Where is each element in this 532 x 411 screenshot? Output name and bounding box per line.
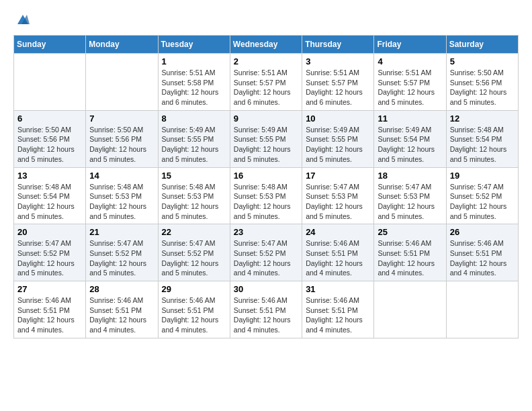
page-header [13, 13, 519, 24]
calendar-cell: 13Sunrise: 5:48 AMSunset: 5:54 PMDayligh… [14, 167, 86, 224]
day-info: Sunrise: 5:50 AMSunset: 5:56 PMDaylight:… [89, 125, 154, 165]
calendar-cell: 21Sunrise: 5:47 AMSunset: 5:52 PMDayligh… [86, 224, 158, 281]
day-number: 17 [306, 171, 370, 181]
weekday-header-sunday: Sunday [14, 36, 86, 54]
calendar-cell [374, 281, 446, 338]
day-info: Sunrise: 5:51 AMSunset: 5:57 PMDaylight:… [306, 68, 370, 107]
calendar-cell: 14Sunrise: 5:48 AMSunset: 5:53 PMDayligh… [86, 167, 158, 224]
day-number: 27 [17, 284, 82, 294]
day-info: Sunrise: 5:48 AMSunset: 5:53 PMDaylight:… [162, 182, 226, 222]
calendar-cell: 8Sunrise: 5:49 AMSunset: 5:55 PMDaylight… [158, 110, 230, 167]
day-info: Sunrise: 5:47 AMSunset: 5:52 PMDaylight:… [234, 238, 298, 278]
calendar-cell: 28Sunrise: 5:46 AMSunset: 5:51 PMDayligh… [86, 281, 158, 338]
day-number: 6 [17, 113, 82, 124]
day-info: Sunrise: 5:46 AMSunset: 5:51 PMDaylight:… [306, 295, 370, 335]
day-number: 28 [89, 284, 154, 294]
calendar-cell [86, 54, 158, 111]
calendar-cell: 11Sunrise: 5:49 AMSunset: 5:54 PMDayligh… [374, 110, 446, 167]
calendar-cell: 6Sunrise: 5:50 AMSunset: 5:56 PMDaylight… [14, 110, 86, 167]
calendar-cell: 26Sunrise: 5:46 AMSunset: 5:51 PMDayligh… [446, 224, 518, 281]
calendar-cell: 29Sunrise: 5:46 AMSunset: 5:51 PMDayligh… [158, 281, 230, 338]
day-info: Sunrise: 5:49 AMSunset: 5:55 PMDaylight:… [306, 125, 370, 165]
week-row-4: 20Sunrise: 5:47 AMSunset: 5:52 PMDayligh… [14, 224, 519, 281]
day-info: Sunrise: 5:46 AMSunset: 5:51 PMDaylight:… [89, 295, 154, 335]
day-number: 11 [378, 113, 442, 124]
calendar-cell: 3Sunrise: 5:51 AMSunset: 5:57 PMDaylight… [302, 54, 374, 111]
calendar-cell: 4Sunrise: 5:51 AMSunset: 5:57 PMDaylight… [374, 54, 446, 111]
calendar-cell: 10Sunrise: 5:49 AMSunset: 5:55 PMDayligh… [302, 110, 374, 167]
weekday-header-saturday: Saturday [446, 36, 518, 54]
week-row-2: 6Sunrise: 5:50 AMSunset: 5:56 PMDaylight… [14, 110, 519, 167]
week-row-3: 13Sunrise: 5:48 AMSunset: 5:54 PMDayligh… [14, 167, 519, 224]
day-info: Sunrise: 5:47 AMSunset: 5:52 PMDaylight:… [17, 238, 82, 278]
day-number: 10 [306, 113, 370, 124]
day-number: 16 [234, 171, 298, 181]
day-info: Sunrise: 5:49 AMSunset: 5:55 PMDaylight:… [162, 125, 226, 165]
day-info: Sunrise: 5:46 AMSunset: 5:51 PMDaylight:… [234, 295, 298, 335]
logo-icon [15, 12, 30, 27]
day-number: 3 [306, 56, 370, 66]
day-info: Sunrise: 5:48 AMSunset: 5:54 PMDaylight:… [450, 125, 515, 165]
day-number: 23 [234, 227, 298, 237]
calendar-cell: 5Sunrise: 5:50 AMSunset: 5:56 PMDaylight… [446, 54, 518, 111]
day-info: Sunrise: 5:51 AMSunset: 5:57 PMDaylight:… [234, 68, 298, 107]
calendar-cell: 1Sunrise: 5:51 AMSunset: 5:58 PMDaylight… [158, 54, 230, 111]
calendar-cell: 25Sunrise: 5:46 AMSunset: 5:51 PMDayligh… [374, 224, 446, 281]
calendar-cell: 9Sunrise: 5:49 AMSunset: 5:55 PMDaylight… [230, 110, 302, 167]
calendar-cell: 17Sunrise: 5:47 AMSunset: 5:53 PMDayligh… [302, 167, 374, 224]
day-number: 30 [234, 284, 298, 294]
calendar-cell [446, 281, 518, 338]
week-row-5: 27Sunrise: 5:46 AMSunset: 5:51 PMDayligh… [14, 281, 519, 338]
day-number: 21 [89, 227, 154, 237]
weekday-header-row: SundayMondayTuesdayWednesdayThursdayFrid… [14, 36, 519, 54]
calendar-cell: 24Sunrise: 5:46 AMSunset: 5:51 PMDayligh… [302, 224, 374, 281]
weekday-header-monday: Monday [86, 36, 158, 54]
calendar-cell: 23Sunrise: 5:47 AMSunset: 5:52 PMDayligh… [230, 224, 302, 281]
day-number: 31 [306, 284, 370, 294]
day-number: 8 [162, 113, 226, 124]
day-number: 26 [450, 227, 515, 237]
day-number: 14 [89, 171, 154, 181]
week-row-1: 1Sunrise: 5:51 AMSunset: 5:58 PMDaylight… [14, 54, 519, 111]
day-number: 20 [17, 227, 82, 237]
day-info: Sunrise: 5:47 AMSunset: 5:53 PMDaylight:… [378, 182, 442, 222]
calendar-cell: 20Sunrise: 5:47 AMSunset: 5:52 PMDayligh… [14, 224, 86, 281]
day-info: Sunrise: 5:48 AMSunset: 5:54 PMDaylight:… [17, 182, 82, 222]
day-info: Sunrise: 5:46 AMSunset: 5:51 PMDaylight:… [450, 238, 515, 278]
day-info: Sunrise: 5:46 AMSunset: 5:51 PMDaylight:… [306, 238, 370, 278]
calendar-table: SundayMondayTuesdayWednesdayThursdayFrid… [13, 35, 519, 338]
day-number: 9 [234, 113, 298, 124]
day-info: Sunrise: 5:46 AMSunset: 5:51 PMDaylight:… [378, 238, 442, 278]
day-number: 22 [162, 227, 226, 237]
weekday-header-friday: Friday [374, 36, 446, 54]
calendar-cell: 31Sunrise: 5:46 AMSunset: 5:51 PMDayligh… [302, 281, 374, 338]
day-number: 19 [450, 171, 515, 181]
day-info: Sunrise: 5:47 AMSunset: 5:53 PMDaylight:… [306, 182, 370, 222]
day-info: Sunrise: 5:50 AMSunset: 5:56 PMDaylight:… [17, 125, 82, 165]
day-info: Sunrise: 5:51 AMSunset: 5:58 PMDaylight:… [162, 68, 226, 107]
day-number: 2 [234, 56, 298, 66]
day-number: 25 [378, 227, 442, 237]
day-number: 24 [306, 227, 370, 237]
day-info: Sunrise: 5:47 AMSunset: 5:52 PMDaylight:… [89, 238, 154, 278]
day-info: Sunrise: 5:47 AMSunset: 5:52 PMDaylight:… [450, 182, 515, 222]
calendar-cell: 16Sunrise: 5:48 AMSunset: 5:53 PMDayligh… [230, 167, 302, 224]
logo [13, 13, 30, 24]
calendar-cell: 19Sunrise: 5:47 AMSunset: 5:52 PMDayligh… [446, 167, 518, 224]
calendar-cell: 7Sunrise: 5:50 AMSunset: 5:56 PMDaylight… [86, 110, 158, 167]
calendar-cell: 18Sunrise: 5:47 AMSunset: 5:53 PMDayligh… [374, 167, 446, 224]
calendar-cell [14, 54, 86, 111]
day-info: Sunrise: 5:47 AMSunset: 5:52 PMDaylight:… [162, 238, 226, 278]
calendar-cell: 12Sunrise: 5:48 AMSunset: 5:54 PMDayligh… [446, 110, 518, 167]
day-number: 5 [450, 56, 515, 66]
day-number: 1 [162, 56, 226, 66]
day-info: Sunrise: 5:46 AMSunset: 5:51 PMDaylight:… [17, 295, 82, 335]
weekday-header-tuesday: Tuesday [158, 36, 230, 54]
day-number: 15 [162, 171, 226, 181]
weekday-header-thursday: Thursday [302, 36, 374, 54]
day-number: 4 [378, 56, 442, 66]
day-number: 18 [378, 171, 442, 181]
day-number: 29 [162, 284, 226, 294]
calendar-cell: 2Sunrise: 5:51 AMSunset: 5:57 PMDaylight… [230, 54, 302, 111]
day-info: Sunrise: 5:49 AMSunset: 5:55 PMDaylight:… [234, 125, 298, 165]
